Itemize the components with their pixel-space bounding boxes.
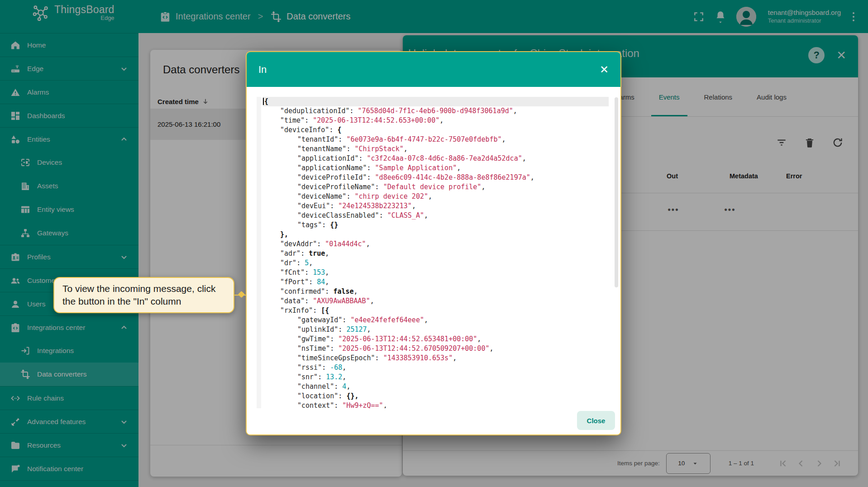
json-line: "channel": 4, [263, 382, 609, 392]
json-line: "deduplicationId": "7658d04d-7f1c-4eb6-9… [263, 106, 609, 116]
json-line: { [263, 97, 609, 106]
json-code[interactable]: {"deduplicationId": "7658d04d-7f1c-4eb6-… [263, 97, 609, 408]
json-line: "data": "AXU9AwABBAAB", [263, 296, 609, 306]
json-line: "gatewayId": "e4ee24fefef64eee", [263, 315, 609, 325]
json-line: "fCnt": 153, [263, 268, 609, 277]
json-line: "fPort": 84, [263, 277, 609, 287]
json-line: "deviceInfo": { [263, 125, 609, 135]
json-line: "tenantId": "6e073e9a-6b4f-4747-b22c-750… [263, 135, 609, 144]
json-line: "deviceProfileName": "Default device pro… [263, 182, 609, 192]
tutorial-tooltip: To view the incoming message, click the … [53, 277, 234, 313]
json-line: "rssi": -68, [263, 363, 609, 372]
json-line: "adr": true, [263, 249, 609, 258]
json-line: "timeSinceGpsEpoch": "1433853910.653s", [263, 353, 609, 363]
json-viewer[interactable]: {"deduplicationId": "7658d04d-7f1c-4eb6-… [247, 87, 620, 408]
json-line: "time": "2025-06-13T12:44:52.653+00:00", [263, 116, 609, 125]
json-line: }, [263, 230, 609, 239]
json-line: "context": "Hw9+zQ==", [263, 401, 609, 408]
json-line: "nsTime": "2025-06-13T12:44:52.670509207… [263, 344, 609, 353]
editor-scrollbar[interactable] [615, 97, 618, 287]
json-line: "rxInfo": [{ [263, 306, 609, 315]
dialog-header: In ✕ [247, 52, 620, 87]
dialog-footer: Close [247, 408, 620, 434]
json-line: "dr": 5, [263, 258, 609, 268]
json-line: "confirmed": false, [263, 287, 609, 296]
json-line: "gwTime": "2025-06-13T12:44:52.653481+00… [263, 334, 609, 344]
json-line: "devEui": "24e124538b223213", [263, 201, 609, 211]
json-line: "uplinkId": 25127, [263, 325, 609, 334]
dialog-close-icon[interactable]: ✕ [600, 64, 609, 75]
close-button[interactable]: Close [577, 411, 615, 430]
json-line: "snr": 13.2, [263, 372, 609, 382]
json-line: "deviceClassEnabled": "CLASS_A", [263, 211, 609, 220]
json-line: "tenantName": "ChirpStack", [263, 144, 609, 154]
json-line: "location": {}, [263, 392, 609, 401]
dialog-title: In [258, 64, 267, 76]
json-line: "devAddr": "01a44d4c", [263, 239, 609, 249]
json-line: "deviceName": "chirp device 202", [263, 192, 609, 201]
editor-gutter [257, 97, 261, 408]
tutorial-tooltip-text: To view the incoming message, click the … [62, 283, 215, 306]
json-line: "tags": {} [263, 220, 609, 230]
json-line: "applicationName": "Sample Application", [263, 163, 609, 173]
in-message-dialog: In ✕ {"deduplicationId": "7658d04d-7f1c-… [246, 51, 621, 435]
json-line: "applicationId": "c3f2c4aa-07c8-4d6c-8a8… [263, 154, 609, 163]
json-line: "deviceProfileId": "d8ee6c09-414c-4b2e-8… [263, 173, 609, 182]
